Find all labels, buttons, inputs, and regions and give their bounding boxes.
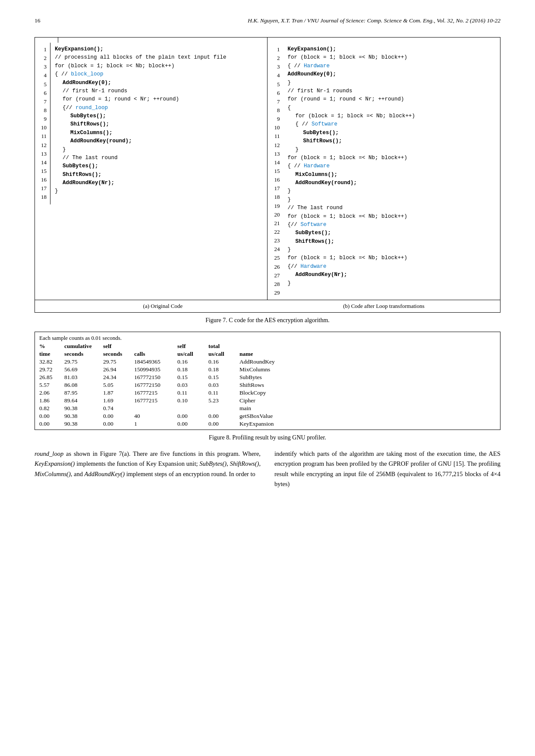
line-number: 23 — [268, 236, 280, 245]
code-line: } — [55, 187, 263, 195]
line-number: 18 — [268, 193, 280, 201]
profile-cell-calls: 184549365 — [130, 358, 173, 366]
line-number: 1 — [35, 45, 47, 54]
profile-cell-self_us: 0.18 — [173, 366, 204, 373]
profile-cell-name: getSBoxValue — [235, 412, 500, 420]
profile-cell-self: 1.69 — [99, 397, 130, 405]
profile-cell-calls: 167772150 — [130, 381, 173, 389]
profile-row: 5.5786.085.051677721500.030.03ShiftRows — [35, 381, 500, 389]
line-number: 8 — [35, 106, 47, 115]
profile-header-row1: % cumulative self self total — [35, 342, 500, 350]
code-line: SubBytes(); — [287, 229, 496, 237]
line-number: 14 — [268, 158, 280, 167]
code-main-row: 123456789101112131415161718KeyExpansion(… — [35, 43, 500, 300]
code-line: KeyExpansion(); — [55, 45, 263, 53]
code-line: { // Hardware — [287, 62, 496, 70]
profile-cell-self_us: 0.00 — [173, 420, 204, 428]
code-line: AddRoundKey(round); — [287, 179, 496, 187]
line-number: 29 — [268, 289, 280, 297]
profile-cell-pct: 0.82 — [35, 405, 60, 412]
profile-cell-name: SubBytes — [235, 373, 500, 381]
th-pct: % — [35, 342, 60, 350]
line-number: 11 — [268, 132, 280, 141]
profile-cell-cum: 81.03 — [60, 373, 99, 381]
line-number: 15 — [268, 167, 280, 176]
profile-cell-total_us — [204, 405, 235, 412]
line-number: 24 — [268, 245, 280, 254]
profile-row: 2.0687.951.87167772150.110.11BlockCopy — [35, 389, 500, 397]
line-number: 5 — [35, 80, 47, 89]
code-line: // first Nr-1 rounds — [55, 87, 263, 95]
code-line: } — [287, 279, 496, 288]
profile-row: 1.8689.641.69167772150.105.23Cipher — [35, 397, 500, 405]
profile-cell-cum: 56.69 — [60, 366, 99, 373]
code-line: SubBytes(); — [287, 129, 496, 137]
line-number: 5 — [268, 80, 280, 89]
profile-cell-calls — [130, 405, 173, 412]
code-link: Hardware — [301, 264, 327, 270]
line-number: 9 — [268, 115, 280, 123]
th-total-us: total — [204, 342, 235, 350]
code-line: KeyExpansion(); — [287, 45, 496, 53]
profile-cell-cum: 86.08 — [60, 381, 99, 389]
profile-cell-total_us: 0.18 — [204, 366, 235, 373]
subcaption-left: (a) Original Code — [58, 300, 268, 313]
line-number: 21 — [268, 219, 280, 228]
journal-title: H.K. Nguyen, X.T. Tran / VNU Journal of … — [248, 17, 500, 24]
code-line: MixColumns(); — [55, 129, 263, 137]
th-self-us: self — [173, 342, 204, 350]
profile-cell-cum: 89.64 — [60, 397, 99, 405]
profile-cell-self_us: 0.16 — [173, 358, 204, 366]
line-number: 20 — [268, 210, 280, 219]
code-link: Software — [312, 121, 337, 127]
th-us-call2: us/call — [204, 350, 235, 358]
code-line: } — [287, 187, 496, 195]
line-number: 27 — [268, 271, 280, 280]
profile-cell-pct: 29.72 — [35, 366, 60, 373]
code-figure: 123456789101112131415161718KeyExpansion(… — [35, 37, 500, 313]
code-line: // processing all blocks of the plain te… — [55, 53, 263, 62]
line-number: 9 — [35, 115, 47, 123]
code-line: AddRoundKey(Nr); — [287, 271, 496, 279]
code-link: Hardware — [304, 63, 330, 69]
code-right-cell: 1234567891011121314151617181920212223242… — [268, 43, 500, 300]
line-number: 2 — [268, 54, 280, 63]
profile-row: 29.7256.6926.941509949350.180.18MixColum… — [35, 366, 500, 373]
profile-cell-self: 0.00 — [99, 412, 130, 420]
line-number: 12 — [35, 141, 47, 150]
profile-cell-calls: 40 — [130, 412, 173, 420]
profile-cell-pct: 26.85 — [35, 373, 60, 381]
profile-cell-cum: 87.95 — [60, 389, 99, 397]
profile-cell-pct: 0.00 — [35, 412, 60, 420]
line-number: 19 — [268, 202, 280, 210]
code-line: } — [287, 196, 496, 204]
profile-cell-name: main — [235, 405, 500, 412]
code-table: 123456789101112131415161718KeyExpansion(… — [35, 38, 500, 312]
profile-cell-name: MixColumns — [235, 366, 500, 373]
code-line: for (block = 1; block =< Nb; block++) — [287, 254, 496, 262]
th-seconds: seconds — [60, 350, 99, 358]
code-line: ShiftRows(); — [55, 120, 263, 129]
code-line: {// Hardware — [287, 263, 496, 271]
profile-cell-total_us: 0.11 — [204, 389, 235, 397]
code-line: AddRoundKey(0); — [287, 70, 496, 78]
code-line: MixColumns(); — [287, 171, 496, 179]
code-line: for (round = 1; round < Nr; ++round) — [55, 95, 263, 104]
profile-cell-self: 24.34 — [99, 373, 130, 381]
profile-cell-total_us: 0.00 — [204, 412, 235, 420]
th-name — [235, 342, 500, 350]
line-number: 28 — [268, 280, 280, 289]
profile-cell-self: 29.75 — [99, 358, 130, 366]
th-us-call: us/call — [173, 350, 204, 358]
profile-cell-self: 5.05 — [99, 381, 130, 389]
th-name2: name — [235, 350, 500, 358]
line-number: 16 — [268, 176, 280, 184]
line-number: 13 — [268, 150, 280, 158]
code-link: Hardware — [304, 163, 330, 169]
code-line: { — [287, 104, 496, 112]
page-header: 16 H.K. Nguyen, X.T. Tran / VNU Journal … — [35, 17, 500, 24]
profile-cell-name: Cipher — [235, 397, 500, 405]
code-line: { // Software — [287, 120, 496, 129]
code-line: for (block = 1; block =< Nb; block++) — [287, 154, 496, 162]
profile-cell-cum: 90.38 — [60, 412, 99, 420]
